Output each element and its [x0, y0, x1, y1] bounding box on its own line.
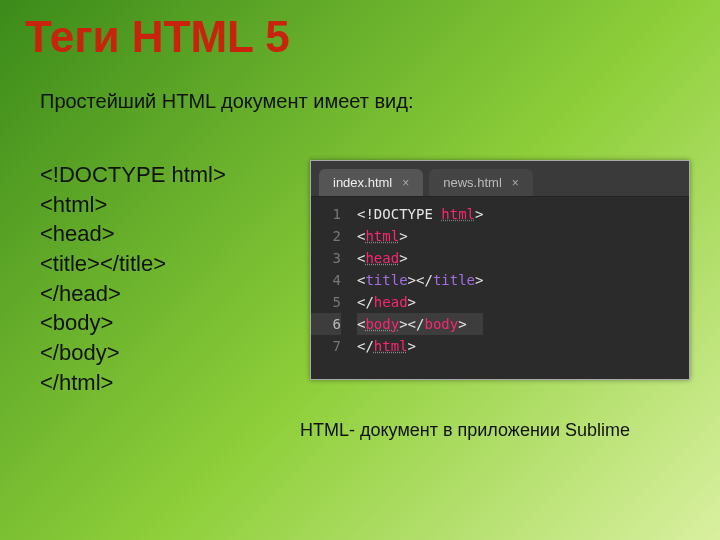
code-token: >	[399, 228, 407, 244]
code-plain-line: </head>	[40, 279, 226, 309]
code-plain-line: </html>	[40, 368, 226, 398]
code-token: html	[441, 206, 475, 222]
code-plain-line: <title></title>	[40, 249, 226, 279]
code-token: >	[408, 272, 416, 288]
editor-tab-label: news.html	[443, 175, 502, 190]
editor-code-area: 1234567 <!DOCTYPE html><html><head><titl…	[311, 197, 689, 379]
editor-tab[interactable]: news.html×	[429, 169, 533, 196]
line-number: 7	[311, 335, 341, 357]
code-line: <title></title>	[357, 269, 483, 291]
code-token: >	[475, 206, 483, 222]
line-number: 3	[311, 247, 341, 269]
code-token: </	[408, 316, 425, 332]
intro-text: Простейший HTML документ имеет вид:	[40, 90, 413, 113]
code-token: <!	[357, 206, 374, 222]
code-token: title	[433, 272, 475, 288]
code-token: DOCTYPE	[374, 206, 433, 222]
code-token: head	[374, 294, 408, 310]
code-token: head	[365, 250, 399, 266]
editor-gutter: 1234567	[311, 197, 349, 379]
code-line: <html>	[357, 225, 483, 247]
code-token: body	[365, 316, 399, 332]
line-number: 2	[311, 225, 341, 247]
code-token: >	[408, 338, 416, 354]
code-token: >	[458, 316, 466, 332]
editor-code-lines: <!DOCTYPE html><html><head><title></titl…	[349, 197, 491, 379]
code-plain-block: <!DOCTYPE html><html><head><title></titl…	[40, 160, 226, 398]
line-number: 4	[311, 269, 341, 291]
code-plain-line: </body>	[40, 338, 226, 368]
line-number: 5	[311, 291, 341, 313]
close-icon[interactable]: ×	[402, 176, 409, 190]
code-token: </	[357, 294, 374, 310]
code-token: html	[374, 338, 408, 354]
sublime-editor: index.html×news.html× 1234567 <!DOCTYPE …	[310, 160, 690, 380]
code-line: <head>	[357, 247, 483, 269]
line-number: 1	[311, 203, 341, 225]
code-token: html	[365, 228, 399, 244]
code-token: body	[424, 316, 458, 332]
code-line: </html>	[357, 335, 483, 357]
code-plain-line: <html>	[40, 190, 226, 220]
code-token: >	[475, 272, 483, 288]
code-line: </head>	[357, 291, 483, 313]
code-plain-line: <body>	[40, 308, 226, 338]
page-title: Теги HTML 5	[25, 12, 290, 62]
code-line: <body></body>	[357, 313, 483, 335]
code-token: </	[357, 338, 374, 354]
code-token: >	[399, 250, 407, 266]
line-number: 6	[311, 313, 341, 335]
code-token: </	[416, 272, 433, 288]
slide: Теги HTML 5 Простейший HTML документ име…	[0, 0, 720, 540]
code-token: >	[408, 294, 416, 310]
editor-tab-label: index.html	[333, 175, 392, 190]
code-plain-line: <!DOCTYPE html>	[40, 160, 226, 190]
editor-caption: HTML- документ в приложении Sublime	[300, 420, 630, 441]
code-plain-line: <head>	[40, 219, 226, 249]
code-token: title	[365, 272, 407, 288]
code-line: <!DOCTYPE html>	[357, 203, 483, 225]
editor-tab[interactable]: index.html×	[319, 169, 423, 196]
close-icon[interactable]: ×	[512, 176, 519, 190]
editor-tabbar: index.html×news.html×	[311, 161, 689, 197]
code-token: >	[399, 316, 407, 332]
